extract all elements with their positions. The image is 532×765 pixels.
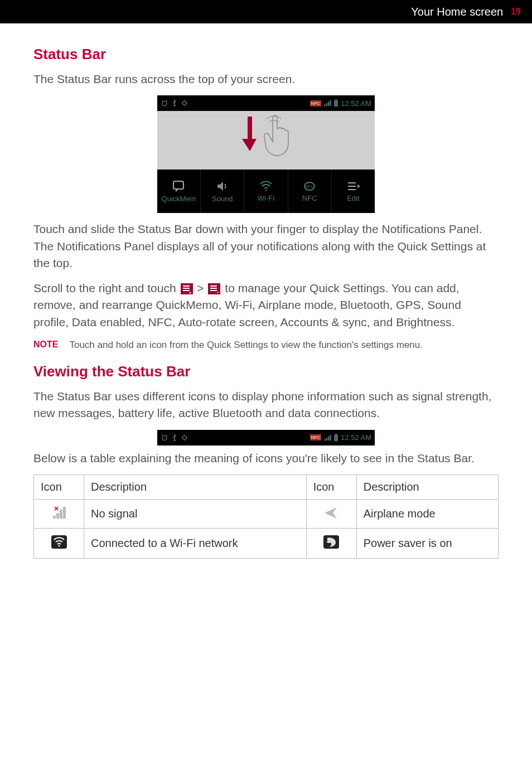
statusbar-pulldown-illustration: NFC 12:52 AM	[157, 95, 375, 213]
note-label: NOTE	[33, 338, 58, 352]
th-description: Description	[84, 475, 307, 500]
td-description: Connected to a Wi-Fi network	[84, 529, 307, 559]
wifi-connected-icon	[50, 534, 68, 550]
wifi-icon	[259, 181, 273, 192]
quick-label: NFC	[302, 194, 317, 202]
page-header: Your Home screen 19	[0, 0, 532, 23]
debug-icon	[181, 99, 188, 107]
svg-point-0	[162, 101, 167, 106]
quick-settings-row: QuickMem Sound Wi-Fi NFC NFC	[157, 170, 375, 213]
alarm-icon	[161, 99, 168, 107]
quick-label: QuickMem	[162, 195, 196, 203]
td-description: Power saver is on	[356, 529, 498, 559]
note-text: Touch and hold an icon from the Quick Se…	[69, 338, 423, 352]
svg-point-9	[183, 435, 187, 439]
usb-icon	[172, 434, 177, 442]
quick-quickmemo[interactable]: QuickMem	[157, 170, 201, 213]
svg-text:×: ×	[54, 505, 59, 513]
notifications-panel-para: Touch and slide the Status Bar down with…	[33, 221, 499, 272]
quick-wifi[interactable]: Wi-Fi	[244, 170, 288, 213]
quick-sound[interactable]: Sound	[201, 170, 244, 213]
td-description: Airplane mode	[356, 500, 498, 529]
table-header-row: Icon Description Icon Description	[34, 475, 499, 500]
quickmemo-icon	[172, 180, 186, 192]
nfc-badge-icon: NFC	[310, 434, 321, 440]
statusbar-time: 12:52 AM	[341, 99, 371, 108]
nfc-icon: NFC	[302, 181, 317, 192]
section-title: Your Home screen	[411, 6, 503, 18]
svg-point-5	[265, 189, 267, 191]
debug-icon	[181, 434, 188, 442]
svg-point-1	[183, 101, 187, 105]
svg-point-8	[162, 435, 167, 440]
battery-icon	[333, 99, 338, 107]
table-row: Connected to a Wi-Fi network Power saver…	[34, 529, 499, 559]
pulldown-gesture-area	[157, 111, 375, 170]
svg-rect-10	[334, 434, 338, 440]
hand-pointer-icon	[263, 113, 290, 152]
page-number: 19	[511, 7, 521, 17]
para2-mid: >	[197, 282, 207, 294]
table-row: × No signal Airplane mode	[34, 500, 499, 529]
signal-icon	[323, 434, 331, 441]
statusbar-time: 12:52 AM	[341, 433, 371, 442]
quick-edit[interactable]: Edit	[332, 170, 375, 213]
quick-label: Edit	[347, 194, 359, 202]
list-plus-icon: +	[208, 283, 220, 294]
edit-icon	[346, 181, 360, 192]
usb-icon	[172, 99, 177, 107]
svg-rect-11	[335, 434, 337, 435]
viewing-para1: The Status Bar uses different icons to d…	[33, 388, 499, 422]
note-block: NOTE Touch and hold an icon from the Qui…	[33, 338, 499, 352]
th-icon: Icon	[34, 475, 84, 500]
svg-rect-2	[334, 100, 338, 106]
para2-before: Scroll to the right and touch	[33, 282, 180, 294]
status-bar-intro: The Status Bar runs across the top of yo…	[33, 71, 499, 88]
heading-status-bar: Status Bar	[33, 46, 499, 63]
quick-label: Wi-Fi	[258, 194, 274, 202]
svg-text:NFC: NFC	[306, 185, 313, 188]
viewing-para2: Below is a table explaining the meaning …	[33, 450, 499, 467]
th-description: Description	[356, 475, 498, 500]
statusbar-sample-top: NFC 12:52 AM	[157, 95, 375, 111]
svg-point-14	[58, 545, 60, 547]
arrow-down-icon	[242, 117, 258, 151]
quick-nfc[interactable]: NFC NFC	[288, 170, 332, 213]
sound-icon	[216, 180, 229, 192]
nfc-badge-icon: NFC	[310, 100, 321, 106]
th-icon: Icon	[306, 475, 356, 500]
list-right-icon	[181, 283, 193, 294]
svg-rect-3	[335, 99, 337, 100]
no-signal-icon: ×	[51, 505, 67, 520]
signal-icon	[323, 100, 331, 106]
airplane-mode-icon	[323, 505, 340, 520]
td-description: No signal	[84, 500, 307, 529]
alarm-icon	[161, 434, 168, 442]
quick-settings-manage-para: Scroll to the right and touch > + to man…	[33, 280, 499, 331]
battery-icon	[333, 434, 338, 442]
quick-label: Sound	[212, 195, 233, 203]
status-icon-table: Icon Description Icon Description × No s…	[33, 475, 499, 559]
heading-viewing-status-bar: Viewing the Status Bar	[33, 363, 499, 380]
svg-rect-4	[173, 181, 183, 189]
power-saver-icon	[322, 534, 340, 550]
statusbar-sample-wide: NFC 12:52 AM	[157, 430, 375, 446]
